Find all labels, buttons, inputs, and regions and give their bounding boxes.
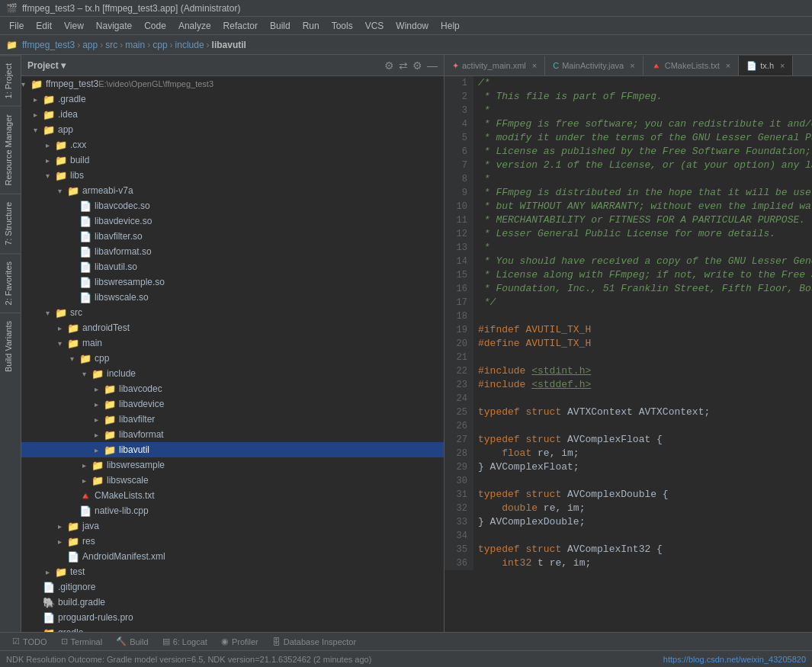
menu-item-run[interactable]: Run <box>297 19 326 33</box>
side-tab-resource-manager[interactable]: Resource Manager <box>0 106 21 194</box>
tree-item-cxx[interactable]: ▸📁.cxx <box>21 137 444 152</box>
tree-item-cmakelists[interactable]: 🔺CMakeLists.txt <box>21 488 444 503</box>
project-layout-icon[interactable]: ⇄ <box>399 59 408 72</box>
side-tab-7-structure[interactable]: 7: Structure <box>0 194 21 253</box>
tree-item-libavcodec_so[interactable]: 📄libavcodec.so <box>21 198 444 213</box>
tab-close-btn[interactable]: × <box>532 61 537 70</box>
menu-item-help[interactable]: Help <box>435 19 466 33</box>
side-tab-2-favorites[interactable]: 2: Favorites <box>0 253 21 313</box>
breadcrumb: 📁 ffmpeg_test3 › app › src › main › cpp … <box>0 35 812 55</box>
bottom-tab-database-inspector[interactable]: 🗄Database Inspector <box>266 636 362 648</box>
tree-item-libavdevice[interactable]: ▸📁libavdevice <box>21 396 444 412</box>
breadcrumb-item[interactable]: include <box>175 40 204 50</box>
tree-item-res[interactable]: ▸📁res <box>21 534 444 549</box>
tree-item-libswscale_so[interactable]: 📄libswscale.so <box>21 290 444 305</box>
tree-item-libavdevice_so[interactable]: 📄libavdevice.so <box>21 213 444 229</box>
line-content: * License along with FFmpeg; if not, wri… <box>473 268 812 282</box>
bottom-tab-todo[interactable]: ☑TODO <box>6 635 53 648</box>
tree-item-gradle1[interactable]: ▸📁.gradle <box>21 91 444 107</box>
menu-item-edit[interactable]: Edit <box>30 19 58 33</box>
tree-item-libavfilter[interactable]: ▸📁libavfilter <box>21 412 444 427</box>
tree-item-libavformat_so[interactable]: 📄libavformat.so <box>21 244 444 259</box>
tree-icon-armeabi: 📁 <box>67 185 79 197</box>
code-line-29: 29} AVComplexFloat; <box>445 460 812 474</box>
tree-item-test[interactable]: ▸📁test <box>21 564 444 579</box>
tree-label-app: app <box>58 124 73 135</box>
tree-item-main[interactable]: ▾📁main <box>21 335 444 351</box>
editor-tab-activity_main-xml[interactable]: ✦activity_main.xml× <box>445 56 545 75</box>
project-gear-icon[interactable]: ⚙ <box>412 59 422 72</box>
bottom-tab-6--logcat[interactable]: ▤6: Logcat <box>156 635 213 648</box>
tree-item-libavcodec[interactable]: ▸📁libavcodec <box>21 381 444 396</box>
line-content: * This file is part of FFmpeg. <box>473 90 812 104</box>
tree-item-libs[interactable]: ▾📁libs <box>21 168 444 183</box>
bottom-tab-build[interactable]: 🔨Build <box>110 635 154 648</box>
breadcrumb-item[interactable]: ffmpeg_test3 <box>22 40 75 50</box>
status-url: https://blog.csdn.net/weixin_43205820 <box>663 655 806 664</box>
tree-item-idea[interactable]: ▸📁.idea <box>21 107 444 122</box>
menu-item-view[interactable]: View <box>58 19 90 33</box>
tree-item-root[interactable]: ▾📁ffmpeg_test3 E:\video\OpenGL\ffmpeg_te… <box>21 76 444 91</box>
tab-close-btn[interactable]: × <box>630 61 634 70</box>
tree-item-src[interactable]: ▾📁src <box>21 305 444 320</box>
menu-item-navigate[interactable]: Navigate <box>90 19 138 33</box>
tree-item-nativelib[interactable]: 📄native-lib.cpp <box>21 503 444 518</box>
breadcrumb-item[interactable]: main <box>125 40 145 50</box>
line-number: 7 <box>445 159 473 172</box>
tab-close-btn[interactable]: × <box>726 61 730 70</box>
menu-item-vcs[interactable]: VCS <box>359 19 390 33</box>
tree-item-cpp[interactable]: ▾📁cpp <box>21 351 444 366</box>
bottom-tab-terminal[interactable]: ⊡Terminal <box>55 635 109 648</box>
breadcrumb-item[interactable]: app <box>82 40 98 50</box>
bottom-tab-icon: 🗄 <box>272 637 281 646</box>
tree-item-libavfilter_so[interactable]: 📄libavfilter.so <box>21 229 444 244</box>
tree-label-libswscale_so: libswscale.so <box>95 292 149 303</box>
tree-item-libswresample[interactable]: ▸📁libswresample <box>21 457 444 473</box>
code-line-35: 35typedef struct AVComplexInt32 { <box>445 543 812 556</box>
line-content: * Lesser General Public License for more… <box>473 227 812 241</box>
menu-item-refactor[interactable]: Refactor <box>217 19 264 33</box>
tree-item-proguard[interactable]: 📄proguard-rules.pro <box>21 610 444 625</box>
side-tab-1-project[interactable]: 1: Project <box>0 55 21 106</box>
tree-icon-libs: 📁 <box>55 170 67 181</box>
menu-item-tools[interactable]: Tools <box>326 19 359 33</box>
tree-label-libswscale: libswscale <box>107 475 149 486</box>
menu-item-analyze[interactable]: Analyze <box>172 19 217 33</box>
tree-item-build1[interactable]: ▸📁build <box>21 152 444 168</box>
project-tree[interactable]: ▾📁ffmpeg_test3 E:\video\OpenGL\ffmpeg_te… <box>21 76 444 632</box>
tree-item-libavutil_so[interactable]: 📄libavutil.so <box>21 259 444 274</box>
tree-item-androidmanifest[interactable]: 📄AndroidManifest.xml <box>21 549 444 564</box>
project-settings-icon[interactable]: ⚙ <box>384 59 394 72</box>
code-line-9: 9 * FFmpeg is distributed in the hope th… <box>445 186 812 200</box>
tree-item-androidTest[interactable]: ▸📁androidTest <box>21 320 444 335</box>
editor-tab-tx-h[interactable]: 📄tx.h× <box>739 56 793 75</box>
tree-item-armeabi[interactable]: ▾📁armeabi-v7a <box>21 183 444 198</box>
project-close-icon[interactable]: — <box>427 59 438 72</box>
tree-item-libavformat[interactable]: ▸📁libavformat <box>21 427 444 442</box>
tree-item-gradle2[interactable]: ▸📁gradle <box>21 625 444 632</box>
menu-item-file[interactable]: File <box>3 19 30 33</box>
tree-item-app[interactable]: ▾📁app <box>21 122 444 137</box>
line-number: 28 <box>445 447 473 460</box>
menu-item-build[interactable]: Build <box>264 19 297 33</box>
line-content: float re, im; <box>473 447 812 460</box>
tree-item-libavutil[interactable]: ▸📁libavutil <box>21 442 444 457</box>
tree-item-libswscale[interactable]: ▸📁libswscale <box>21 473 444 488</box>
editor-tab-mainactivity-java[interactable]: CMainActivity.java× <box>545 56 644 75</box>
tree-item-java[interactable]: ▸📁java <box>21 518 444 534</box>
menu-item-code[interactable]: Code <box>138 19 172 33</box>
editor-tab-cmakelists-txt[interactable]: 🔺CMakeLists.txt× <box>644 56 740 75</box>
tab-close-btn[interactable]: × <box>780 61 785 70</box>
breadcrumb-item[interactable]: cpp <box>152 40 167 50</box>
tree-item-include[interactable]: ▾📁include <box>21 366 444 381</box>
breadcrumb-item[interactable]: src <box>105 40 117 50</box>
tree-item-buildgradle[interactable]: 🐘build.gradle <box>21 595 444 610</box>
code-area[interactable]: 1/*2 * This file is part of FFmpeg.3 *4 … <box>445 76 812 632</box>
bottom-tab-profiler[interactable]: ◉Profiler <box>215 635 265 648</box>
tree-item-gitignore[interactable]: 📄.gitignore <box>21 579 444 595</box>
code-line-26: 26 <box>445 419 812 433</box>
tree-arrow-java: ▸ <box>58 522 67 531</box>
side-tab-build-variants[interactable]: Build Variants <box>0 313 21 380</box>
menu-item-window[interactable]: Window <box>390 19 435 33</box>
tree-item-libswresample_so[interactable]: 📄libswresample.so <box>21 274 444 290</box>
